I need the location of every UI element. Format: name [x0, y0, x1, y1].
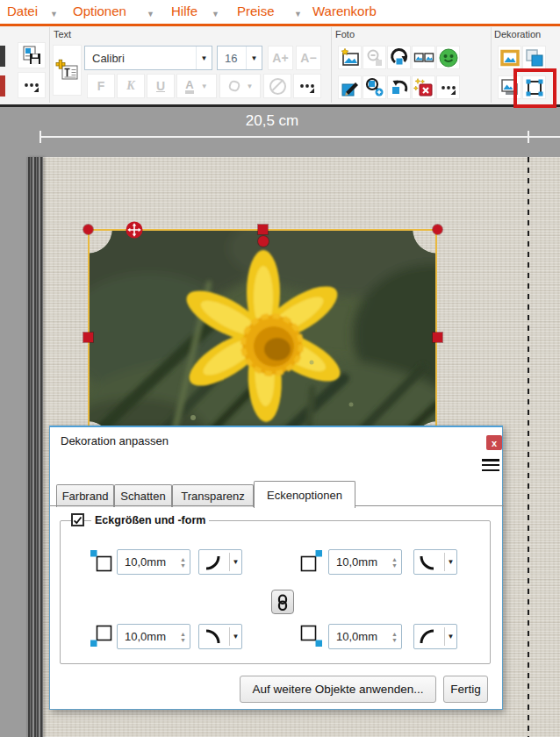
add-text-icon [55, 59, 79, 82]
corner-shape-top-left-icon [204, 554, 221, 571]
corner-size-input-top-left[interactable]: 10,0mm ▲▼ [117, 549, 190, 575]
font-color-icon: A [185, 79, 193, 94]
swap-photo-button[interactable] [412, 46, 435, 69]
menu-item-optionen[interactable]: Optionen [73, 4, 126, 18]
edit-photo-button[interactable] [338, 75, 362, 99]
font-size-select[interactable]: 16 ▼ [217, 46, 262, 70]
corner-size-input-bottom-left[interactable]: 10,0mm ▲▼ [117, 624, 190, 649]
corner-shape-bottom-right-icon [419, 628, 436, 646]
more-options-button[interactable] [18, 72, 46, 98]
chevron-down-icon[interactable]: ▼ [147, 10, 154, 18]
chevron-down-icon[interactable]: ▼ [445, 633, 456, 640]
spinner-arrows[interactable]: ▲▼ [180, 631, 190, 643]
move-cross-icon [126, 221, 143, 239]
chevron-down-icon[interactable]: ▼ [246, 47, 262, 69]
font-family-select[interactable]: Calibri ▼ [84, 46, 212, 70]
clipped-icon [0, 75, 5, 97]
dialog-title: Dekoration anpassen [61, 434, 169, 447]
frame-button[interactable] [498, 46, 521, 69]
spinner-arrows[interactable]: ▲▼ [391, 631, 401, 643]
font-shrink-button[interactable]: A− [296, 46, 321, 70]
tab-transparenz[interactable]: Transparenz [172, 484, 254, 507]
chevron-down-icon[interactable]: ▼ [196, 47, 212, 69]
corner-shape-bottom-left-icon [204, 628, 221, 646]
menu-item-warenkorb[interactable]: Warenkorb [312, 4, 377, 18]
italic-button[interactable]: K [117, 74, 145, 98]
bold-button[interactable]: F [87, 74, 115, 98]
chevron-down-icon[interactable]: ▼ [50, 10, 58, 18]
font-grow-button[interactable]: A+ [268, 46, 293, 70]
corner-size-value: 10,0mm [125, 555, 166, 569]
toolbar-divider [491, 27, 492, 103]
tab-schatten[interactable]: Schatten [114, 484, 172, 507]
apply-to-more-objects-button[interactable]: Auf weitere Objekte anwenden... [240, 676, 436, 703]
underline-button[interactable]: U [147, 74, 175, 98]
overlap-squares-icon [524, 47, 545, 68]
menu-item-hilfe[interactable]: Hilfe [171, 4, 197, 18]
chevron-down-icon[interactable]: ▼ [230, 558, 241, 566]
corner-indicator-top-right-icon [300, 549, 323, 572]
corner-shape-select-bottom-left[interactable]: ▼ [198, 624, 242, 649]
mask-button[interactable] [522, 46, 546, 69]
zoom-out-photo-button[interactable] [363, 46, 386, 69]
menu-bar: Datei ▼ Optionen ▼ Hilfe ▼ Preise ▼ Ware… [0, 0, 560, 24]
fill-color-button[interactable]: ▼ [219, 74, 261, 98]
corner-shape-select-top-right[interactable]: ▼ [413, 549, 457, 575]
fix-red-eye-button[interactable] [436, 46, 460, 69]
corner-shape-select-top-left[interactable]: ▼ [198, 549, 242, 575]
resize-handle-right[interactable] [433, 333, 442, 342]
resize-handle-top[interactable] [258, 225, 268, 234]
menu-item-datei[interactable]: Datei [7, 4, 38, 18]
undo-icon [389, 77, 410, 98]
close-button[interactable]: x [486, 435, 502, 450]
save-icon [22, 46, 41, 65]
resize-handle-left[interactable] [83, 333, 93, 342]
foto-more-button[interactable] [436, 75, 460, 99]
remove-effects-button[interactable] [412, 75, 435, 99]
chevron-down-icon[interactable]: ▼ [230, 633, 241, 640]
resize-handle-top-left[interactable] [83, 225, 93, 234]
chevron-down-icon[interactable]: ▼ [445, 558, 456, 566]
tab-farbrand[interactable]: Farbrand [56, 484, 114, 507]
done-button[interactable]: Fertig [443, 676, 488, 703]
ruler-tick [39, 131, 41, 143]
ellipsis-icon [298, 77, 316, 95]
resize-handle-top-right[interactable] [433, 225, 442, 234]
save-project-button[interactable] [18, 42, 46, 68]
selection-border [88, 229, 437, 446]
group-label-foto: Foto [335, 29, 355, 39]
add-photo-button[interactable] [338, 46, 362, 69]
font-grow-label: A+ [272, 51, 288, 65]
rotate-handle[interactable] [258, 236, 269, 247]
toolbar-divider [331, 27, 332, 103]
rotate-photo-button[interactable] [387, 46, 411, 69]
clear-style-button[interactable] [263, 74, 291, 98]
font-color-button[interactable]: A ▼ [176, 74, 217, 98]
link-corners-button[interactable] [271, 590, 294, 614]
text-more-button[interactable] [293, 74, 321, 98]
magnifier-minus-icon [365, 48, 384, 68]
ellipsis-icon [440, 79, 457, 97]
hamburger-menu-icon[interactable] [482, 459, 499, 471]
tab-eckenoptionen[interactable]: Eckenoptionen [254, 481, 355, 508]
chevron-down-icon[interactable]: ▼ [212, 10, 219, 18]
corner-group-checkbox[interactable] [71, 513, 84, 526]
tutorial-highlight-box [513, 68, 556, 108]
corner-indicator-top-left-icon [90, 549, 112, 572]
corner-size-input-top-right[interactable]: 10,0mm ▲▼ [328, 549, 402, 575]
spinner-arrows[interactable]: ▲▼ [180, 556, 190, 569]
corner-group-label: Eckgrößen und -form [91, 514, 209, 526]
italic-label: K [126, 79, 134, 93]
corner-shape-select-bottom-right[interactable]: ▼ [413, 624, 457, 649]
menu-item-preise[interactable]: Preise [237, 4, 275, 18]
zoom-in-photo-button[interactable] [363, 75, 386, 99]
smiley-icon [439, 48, 458, 68]
photo-object[interactable] [88, 229, 437, 446]
chevron-down-icon[interactable]: ▼ [294, 10, 302, 18]
corner-size-input-bottom-right[interactable]: 10,0mm ▲▼ [328, 624, 402, 649]
spinner-arrows[interactable]: ▲▼ [391, 556, 401, 569]
undo-button[interactable] [387, 75, 411, 99]
page-trim-line [528, 157, 529, 737]
add-text-button[interactable] [53, 45, 82, 96]
move-handle[interactable] [126, 221, 143, 239]
